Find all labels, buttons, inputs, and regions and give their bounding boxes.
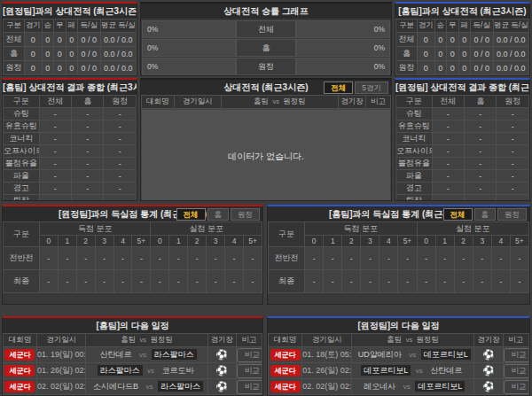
goal-cell: - [342, 247, 361, 270]
stat-row: 코너킥 - - - [4, 133, 137, 145]
goal-cell: - [491, 247, 510, 270]
away-team: 데포르티보L [421, 349, 471, 360]
stat-cell: - [432, 182, 464, 195]
record-cell: 0 [42, 47, 54, 61]
panel-title: [원정팀] 상대전적 결과 종합 (최근3시즌 평균) [395, 80, 529, 95]
stat-cell: - [465, 120, 497, 133]
compare-button[interactable]: 비교 > [237, 348, 262, 362]
stat-cell: - [497, 158, 529, 170]
schedule-row: 세군다 01. 26(일) 02:00 데포르티보L vs 산탄데르 ⚽ 비교 … [269, 363, 529, 379]
bins-header-row: 012345+012345+ [4, 236, 262, 247]
vs-label: vs [406, 336, 413, 344]
soccer-ball-icon: ⚽ [482, 349, 495, 360]
stat-row: 코너킥 - - - [396, 133, 529, 145]
table-header-row: 구분 경기 승 무 패 득/실 평균 득/실 [396, 19, 529, 33]
stat-cell: - [497, 108, 529, 120]
stat-row: 경고 - - - [4, 182, 137, 195]
panel-stat-summary-away: [원정팀] 상대전적 결과 종합 (최근3시즌 평균) 구분 전체 홈 원정 슈… [395, 78, 530, 201]
note-cell: 비교 > [503, 379, 528, 395]
record-cell: 0 / 0 [78, 47, 101, 61]
winrate-bar-away-side: 0% [296, 39, 390, 57]
col-header-stadium: 경기장 [207, 334, 236, 347]
stat-cell: - [497, 195, 529, 202]
stat-row: 퇴장 - - - [396, 195, 529, 202]
compare-button[interactable]: 비교 > [504, 380, 529, 394]
col-header: 구분 [396, 19, 418, 33]
stat-cell: - [39, 120, 71, 133]
vs-label: vs [140, 336, 147, 344]
winrate-graph: 0% 전체 0% 0% 홈 0% 0% 원정 0% [141, 19, 391, 76]
record-row: 원정 0 0 0 0 0 / 0 0.0 / 0.0 [396, 61, 529, 75]
compare-button[interactable]: 비교 > [504, 348, 529, 362]
record-cell: 0 [25, 33, 43, 47]
note-cell: 비교 > [236, 379, 262, 395]
col-header: 원정 [104, 96, 137, 108]
table-header-row: 대회명 경기일시 홈팀 vs 원정팀 경기장 비고 [4, 334, 262, 347]
group-header-scored: 득점 분포 [39, 222, 151, 236]
stat-cell: - [465, 145, 497, 158]
stat-row: 오프사이드 - - - [396, 145, 529, 158]
group-header-conceded: 실점 분포 [417, 222, 528, 236]
tab-all[interactable]: 전체 [324, 82, 353, 94]
compare-button[interactable]: 비교 > [237, 380, 262, 394]
col-header-note: 비고 [236, 334, 262, 347]
row-label: 퇴장 [396, 195, 433, 202]
stat-cell: - [104, 158, 137, 170]
stat-cell: - [39, 195, 71, 202]
goal-cell: - [305, 247, 324, 270]
tab-last5[interactable]: 5경기 [355, 82, 388, 94]
col-header: 패 [66, 19, 78, 33]
record-cell: 0 [54, 61, 66, 75]
tab-all[interactable]: 전체 [176, 208, 206, 221]
record-cell: 0.0 / 0.0 [100, 61, 137, 75]
row-label: 퇴장 [4, 195, 40, 202]
goal-cell: - [169, 270, 188, 293]
row-label: 최종 [269, 270, 305, 293]
stat-cell: - [497, 133, 529, 145]
record-cell: 0 [66, 33, 78, 47]
note-cell: 비교 > [503, 347, 528, 363]
bin-header: 0 [417, 236, 435, 247]
record-cell: 0 [458, 61, 471, 75]
bin-header: 4 [379, 236, 398, 247]
col-header: 구분 [4, 96, 40, 108]
goal-cell: - [188, 247, 207, 270]
schedule-row: 세군다 02. 02(일) 02:00 소시에다드B vs 라스팔마스 ⚽ 비교… [4, 379, 262, 395]
tab-home[interactable]: 홈 [207, 208, 230, 221]
record-cell: 0 [434, 33, 447, 47]
stat-cell: - [72, 182, 104, 195]
stat-cell: - [497, 120, 529, 133]
home-team: UD알메리아 [356, 349, 404, 360]
tab-away[interactable]: 원정 [231, 208, 260, 221]
tab-away[interactable]: 원정 [497, 208, 527, 221]
record-cell: 0 / 0 [78, 33, 101, 47]
note-cell: 비교 > [503, 363, 528, 379]
stat-cell: - [465, 158, 497, 170]
stat-cell: - [72, 145, 104, 158]
goal-cell: - [151, 247, 169, 270]
panel-title: 상대전적 승률 그래프 [141, 4, 391, 19]
stat-cell: - [72, 133, 104, 145]
schedule-row: 세군다 01. 26(일) 02:00 라스팔마스 vs 코르도바 ⚽ 비교 > [4, 363, 262, 379]
soccer-ball-icon: ⚽ [215, 381, 228, 392]
row-label: 전반전 [4, 247, 40, 270]
datetime-cell: 02. 02(일) 02:00 [36, 379, 85, 395]
row-label: 슈팅 [396, 108, 433, 120]
tab-home[interactable]: 홈 [474, 208, 497, 221]
compare-button[interactable]: 비교 > [504, 364, 529, 378]
datetime-cell: 02. 02(일) 02:00 [302, 379, 352, 395]
record-cell: 0 [434, 61, 447, 75]
goal-cell: - [225, 247, 244, 270]
tab-all[interactable]: 전체 [443, 208, 473, 221]
datetime-cell: 01. 26(일) 02:00 [36, 363, 85, 379]
winrate-bar-home-side: 0% [142, 20, 236, 38]
row-label: 볼점유율 [4, 158, 40, 170]
bin-header: 5+ [398, 236, 417, 247]
compare-button[interactable]: 비교 > [237, 364, 262, 378]
table-header-row: 구분 득점 분포 실점 분포 [4, 222, 262, 236]
record-cell: 0 / 0 [78, 61, 101, 75]
record-cell: 0 [434, 47, 447, 61]
record-cell: 0 [458, 47, 471, 61]
record-cell: 0 [418, 33, 435, 47]
record-cell: 0 [25, 61, 43, 75]
